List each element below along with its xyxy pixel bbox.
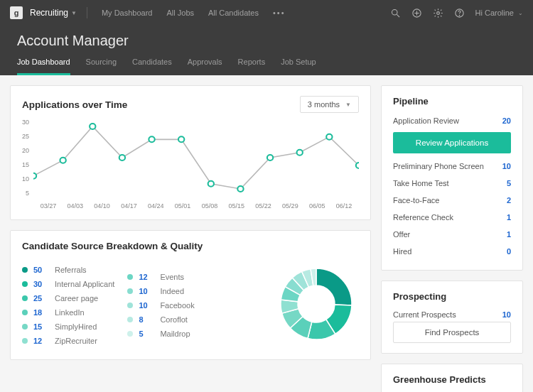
prospecting-card: Prospecting Current Prospects 10 Find Pr…	[381, 281, 523, 354]
topnav-all-jobs[interactable]: All Jobs	[167, 9, 195, 17]
source-row[interactable]: 12ZipRecruiter	[22, 337, 114, 345]
pipeline-stage-row[interactable]: Offer1	[393, 226, 511, 243]
source-color-dot	[22, 310, 28, 315]
help-icon[interactable]	[454, 7, 465, 18]
pipeline-stage-row[interactable]: Take Home Test5	[393, 175, 511, 192]
source-count: 10	[139, 287, 154, 295]
pipeline-card: Pipeline Application Review20Review Appl…	[381, 85, 523, 271]
svg-point-15	[237, 186, 243, 192]
chevron-down-icon: ⌄	[518, 10, 523, 16]
source-count: 25	[33, 294, 49, 303]
prospects-value: 10	[502, 310, 511, 319]
source-row[interactable]: 30Internal Applicant	[22, 280, 114, 288]
pipeline-stage-value: 10	[502, 162, 511, 170]
pipeline-stage-value: 20	[502, 116, 511, 125]
find-prospects-button[interactable]: Find Prospects	[393, 322, 511, 343]
source-row[interactable]: 15SimplyHired	[22, 322, 114, 331]
source-row[interactable]: 50Referrals	[22, 266, 114, 274]
source-count: 50	[33, 266, 49, 274]
pipeline-stage-row[interactable]: Application Review20	[393, 112, 511, 129]
source-name: ZipRecruiter	[55, 337, 97, 345]
tab-reports[interactable]: Reports	[238, 58, 266, 75]
svg-point-18	[326, 134, 332, 140]
module-dropdown[interactable]: Recruiting ▼	[30, 8, 77, 18]
source-count: 18	[33, 308, 49, 317]
source-row[interactable]: 8Coroflot	[127, 315, 194, 324]
more-menu-icon[interactable]: •••	[273, 9, 286, 17]
time-range-label: 3 months	[308, 100, 340, 109]
applications-card-title: Applications over Time	[22, 99, 127, 110]
tab-job-setup[interactable]: Job Setup	[281, 58, 316, 75]
source-count: 15	[33, 322, 49, 331]
pipeline-stage-row[interactable]: Preliminary Phone Screen10	[393, 158, 511, 175]
source-count: 12	[33, 337, 49, 345]
svg-point-7	[459, 15, 460, 16]
source-count: 5	[139, 330, 154, 338]
source-row[interactable]: 10Indeed	[127, 287, 194, 295]
source-card-title: Candidate Source Breakdown & Quality	[22, 241, 359, 251]
source-row[interactable]: 12Events	[127, 273, 194, 281]
predicts-title: Greenhouse Predicts	[393, 374, 511, 385]
prospects-label: Current Prospects	[393, 310, 456, 319]
gear-icon[interactable]	[433, 7, 444, 18]
time-range-select[interactable]: 3 months ▼	[300, 96, 359, 113]
pipeline-title: Pipeline	[393, 96, 511, 107]
pipeline-stage-label: Hired	[393, 247, 411, 256]
pipeline-stage-row[interactable]: Reference Check1	[393, 209, 511, 226]
chevron-down-icon: ▼	[71, 10, 77, 16]
svg-point-19	[356, 163, 359, 168]
pipeline-stage-label: Take Home Test	[393, 179, 449, 187]
user-menu[interactable]: Hi Caroline ⌄	[475, 9, 523, 17]
search-icon[interactable]	[390, 7, 402, 18]
tab-approvals[interactable]: Approvals	[188, 58, 222, 75]
pipeline-stage-row[interactable]: Hired0	[393, 243, 511, 260]
source-count: 12	[139, 273, 154, 281]
tab-candidates[interactable]: Candidates	[132, 58, 172, 75]
pipeline-stage-value: 5	[507, 179, 511, 187]
chevron-down-icon: ▼	[345, 102, 351, 108]
svg-point-11	[119, 155, 125, 160]
tab-sourcing[interactable]: Sourcing	[86, 58, 117, 75]
app-logo[interactable]: g	[10, 6, 23, 19]
source-color-dot	[22, 295, 28, 301]
content: Applications over Time 3 months ▼ 302520…	[0, 75, 533, 392]
source-count: 30	[33, 280, 49, 288]
pipeline-stage-label: Application Review	[393, 116, 459, 125]
applications-chart: 30252015105 03/2704/0304/1004/1704/2405/…	[22, 119, 359, 209]
source-color-dot	[127, 274, 133, 280]
subheader: Account Manager Job Dashboard Sourcing C…	[0, 26, 533, 75]
source-color-dot	[22, 267, 28, 273]
review-applications-button[interactable]: Review Applications	[393, 132, 511, 153]
source-color-dot	[127, 317, 133, 322]
source-color-dot	[127, 331, 133, 337]
topnav-my-dashboard[interactable]: My Dashboard	[102, 9, 153, 17]
pipeline-stage-value: 1	[507, 213, 511, 222]
source-row[interactable]: 25Career page	[22, 294, 114, 303]
pipeline-stage-value: 2	[507, 196, 511, 205]
add-icon[interactable]	[411, 7, 423, 18]
page-title: Account Manager	[17, 33, 516, 49]
topnav-all-candidates[interactable]: All Candidates	[208, 9, 259, 17]
pipeline-stage-row[interactable]: Face-to-Face2	[393, 192, 511, 209]
pipeline-stage-label: Preliminary Phone Screen	[393, 162, 484, 170]
svg-point-16	[267, 155, 273, 160]
pipeline-stage-label: Face-to-Face	[393, 196, 439, 205]
pipeline-stage-label: Reference Check	[393, 213, 453, 222]
source-name: LinkedIn	[55, 308, 85, 317]
source-color-dot	[22, 338, 28, 344]
module-dropdown-label: Recruiting	[30, 8, 68, 18]
source-name: Coroflot	[160, 315, 188, 324]
job-tabs: Job Dashboard Sourcing Candidates Approv…	[17, 58, 516, 75]
source-row[interactable]: 18LinkedIn	[22, 308, 114, 317]
pipeline-stage-value: 1	[507, 230, 511, 239]
svg-point-12	[149, 136, 154, 142]
source-color-dot	[127, 288, 133, 294]
source-color-dot	[22, 324, 28, 330]
tab-job-dashboard[interactable]: Job Dashboard	[17, 58, 70, 75]
source-donut-chart	[274, 261, 359, 349]
pipeline-stage-label: Offer	[393, 230, 410, 239]
svg-point-17	[297, 150, 303, 156]
svg-point-0	[392, 9, 398, 15]
source-row[interactable]: 10Facebook	[127, 301, 194, 310]
source-row[interactable]: 5Maildrop	[127, 330, 194, 338]
